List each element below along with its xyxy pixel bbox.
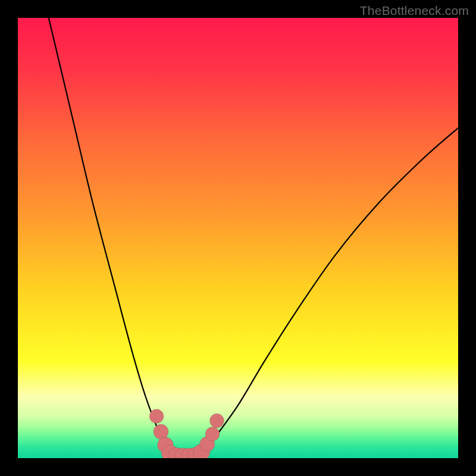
watermark-text: TheBottleneck.com (360, 4, 469, 18)
chart-frame: TheBottleneck.com (0, 0, 476, 476)
marker-dot (210, 414, 224, 428)
marker-dot (205, 427, 220, 441)
bottleneck-curve-right (201, 128, 458, 458)
bottleneck-region-markers (149, 409, 224, 458)
marker-dot (149, 409, 164, 424)
bottleneck-curve-left (49, 18, 170, 458)
curve-layer (18, 18, 458, 458)
plot-area (18, 18, 458, 458)
